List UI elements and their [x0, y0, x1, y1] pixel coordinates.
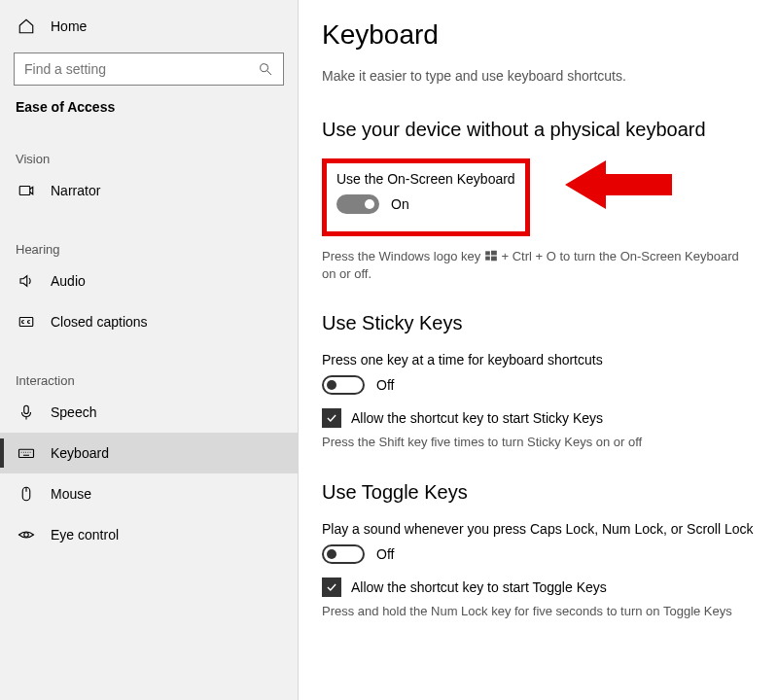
mouse-icon [18, 485, 35, 503]
main-content: Keyboard Make it easier to type and use … [299, 0, 778, 700]
svg-rect-1 [19, 187, 30, 195]
toggle-keys-toggle[interactable] [322, 544, 365, 564]
sidebar-item-narrator[interactable]: Narrator [0, 170, 298, 211]
home-icon [18, 18, 35, 35]
microphone-icon [18, 403, 35, 421]
sticky-shortcut-checkbox[interactable] [322, 408, 341, 428]
sidebar-group-vision: Vision [0, 121, 298, 170]
sidebar-item-eye-control[interactable]: Eye control [0, 514, 298, 555]
sticky-checkbox-label: Allow the shortcut key to start Sticky K… [351, 410, 603, 426]
sidebar-item-keyboard[interactable]: Keyboard [0, 433, 298, 473]
sticky-toggle-state: Off [376, 377, 394, 393]
sticky-toggle[interactable] [322, 375, 365, 395]
sidebar-item-label: Mouse [51, 486, 91, 502]
annotation-red-arrow [565, 155, 672, 219]
search-input-box[interactable] [14, 52, 284, 86]
sidebar-item-label: Closed captions [51, 314, 148, 330]
svg-rect-9 [491, 251, 497, 256]
toggle-keys-state: Off [376, 546, 394, 562]
osk-hint: Press the Windows logo key + Ctrl + O to… [322, 248, 740, 283]
windows-logo-key-icon [484, 249, 498, 262]
eye-icon [18, 526, 35, 543]
sidebar-item-audio[interactable]: Audio [0, 261, 298, 301]
sidebar-heading: Ease of Access [0, 95, 298, 121]
closed-captions-icon [18, 313, 35, 331]
page-title: Keyboard [322, 19, 755, 51]
svg-point-6 [24, 533, 29, 538]
section-title-osk: Use your device without a physical keybo… [322, 119, 755, 141]
sidebar-item-label: Narrator [51, 183, 100, 198]
search-input[interactable] [24, 61, 258, 77]
sidebar-item-label: Audio [51, 273, 86, 289]
sidebar-item-mouse[interactable]: Mouse [0, 473, 298, 514]
svg-rect-3 [24, 405, 29, 413]
sidebar-group-hearing: Hearing [0, 211, 298, 261]
svg-point-0 [261, 64, 268, 72]
audio-icon [18, 272, 35, 290]
sticky-label: Press one key at a time for keyboard sho… [322, 352, 755, 368]
toggle-keys-checkbox-label: Allow the shortcut key to start Toggle K… [351, 579, 607, 595]
osk-toggle-state: On [391, 196, 409, 212]
page-subtitle: Make it easier to type and use keyboard … [322, 68, 755, 84]
keyboard-icon [18, 444, 35, 462]
sidebar-item-closed-captions[interactable]: Closed captions [0, 301, 298, 342]
svg-rect-11 [491, 257, 497, 262]
toggle-keys-label: Play a sound whenever you press Caps Loc… [322, 521, 755, 537]
sticky-hint: Press the Shift key five times to turn S… [322, 434, 740, 451]
svg-rect-10 [485, 257, 490, 261]
nav-home[interactable]: Home [0, 8, 298, 45]
sidebar: Home Ease of Access Vision Narrator Hear… [0, 0, 299, 700]
svg-rect-8 [485, 251, 490, 255]
svg-rect-4 [19, 449, 34, 457]
sidebar-item-label: Keyboard [51, 445, 109, 461]
toggle-keys-shortcut-checkbox[interactable] [322, 578, 341, 597]
annotation-highlight-box: Use the On-Screen Keyboard On [322, 158, 530, 236]
sidebar-group-interaction: Interaction [0, 342, 298, 392]
narrator-icon [18, 182, 35, 199]
nav-home-label: Home [51, 18, 87, 34]
osk-toggle-label: Use the On-Screen Keyboard [336, 171, 515, 187]
sidebar-item-speech[interactable]: Speech [0, 392, 298, 433]
toggle-keys-hint: Press and hold the Num Lock key for five… [322, 603, 740, 620]
sidebar-item-label: Speech [51, 404, 96, 420]
sidebar-item-label: Eye control [51, 527, 119, 542]
svg-marker-7 [565, 160, 672, 209]
section-title-sticky: Use Sticky Keys [322, 312, 755, 334]
osk-toggle[interactable] [336, 194, 379, 214]
section-title-toggle-keys: Use Toggle Keys [322, 481, 755, 504]
search-icon [258, 61, 273, 77]
